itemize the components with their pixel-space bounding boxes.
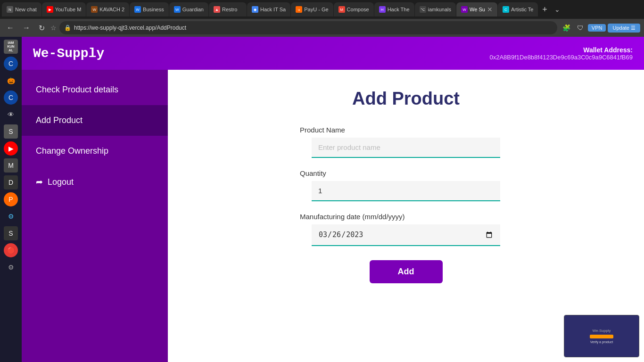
add-product-form: Product Name Quantity Manufacturing date… <box>300 126 512 283</box>
preview-inner: We-Supply Verify a product <box>564 315 639 357</box>
tab-label-restro: Restro <box>222 7 237 12</box>
product-name-group: Product Name <box>300 126 512 158</box>
tab-wesupply[interactable]: W We Su ✕ <box>456 2 497 16</box>
sidebar-icon-6[interactable]: ▶ <box>4 141 18 156</box>
bookmark-icon[interactable]: ☆ <box>50 24 57 32</box>
back-button[interactable]: ← <box>4 22 17 34</box>
tab-guardian[interactable]: W Guardian <box>169 2 208 16</box>
app-wrapper: We-Supply Wallet Address: 0x2A8B9f1De8b8… <box>22 37 644 362</box>
product-name-input[interactable] <box>312 138 500 158</box>
sidebar-icon-9[interactable]: P <box>4 192 18 206</box>
nav-item-change-ownership[interactable]: Change Ownership <box>22 136 168 166</box>
add-product-button[interactable]: Add <box>370 260 443 283</box>
navigation-bar: ← → ↻ ☆ 🔒 https://we-supply-qjt3.vercel.… <box>0 19 644 37</box>
update-button[interactable]: Update ☰ <box>608 24 640 33</box>
sidebar-icon-3[interactable]: C <box>4 90 18 105</box>
new-tab-button[interactable]: + <box>538 5 551 15</box>
tab-label-hackit: Hack IT Sa <box>260 7 286 12</box>
app-logo: We-Supply <box>33 46 104 61</box>
page-title: Add Product <box>187 89 625 109</box>
tab-label-artistic: Artistic Te <box>511 7 533 12</box>
browser-icon-sidebar: IAMKUNAL C 🎃 C 👁 S ▶ M D P ⚙ S 🔴 ⚙ <box>0 37 22 362</box>
sidebar-icon-7[interactable]: M <box>4 158 18 173</box>
sidebar-icon-10[interactable]: ⚙ <box>4 209 18 223</box>
nav-item-add-product[interactable]: Add Product <box>22 105 168 136</box>
product-name-label: Product Name <box>300 126 512 134</box>
shield-icon[interactable]: 🛡 <box>575 23 586 33</box>
tab-overflow-button[interactable]: ⌄ <box>552 6 563 13</box>
quantity-group: Quantity <box>300 169 512 201</box>
tab-label-youtube: YouTube M <box>55 7 81 12</box>
quantity-label: Quantity <box>300 169 512 177</box>
tab-new-chat[interactable]: N New chat <box>2 2 41 16</box>
tab-label-compose: Compose <box>347 7 369 12</box>
tab-label-kavach: KAVACH 2 <box>99 7 124 12</box>
tab-label-hackthe: Hack The <box>388 7 410 12</box>
sidebar-icon-12[interactable]: 🔴 <box>4 243 18 257</box>
extensions-icon[interactable]: 🧩 <box>560 23 573 33</box>
tab-label-business: Business <box>143 7 164 12</box>
app-header: We-Supply Wallet Address: 0x2A8B9f1De8b8… <box>22 37 644 70</box>
mfg-date-input[interactable] <box>312 224 500 246</box>
side-nav: Check Product details Add Product Change… <box>22 70 168 362</box>
sidebar-icon-11[interactable]: S <box>4 226 18 240</box>
vpn-btn[interactable]: VPN <box>588 24 606 32</box>
mfg-date-group: Manufacturing date (mm/dd/yyyy) <box>300 213 512 246</box>
quantity-input[interactable] <box>312 181 500 201</box>
tab-payu[interactable]: u PayU - Ge <box>291 2 333 16</box>
nav-item-check-product[interactable]: Check Product details <box>22 74 168 105</box>
lock-icon: 🔒 <box>64 25 71 31</box>
sidebar-icon-5[interactable]: S <box>4 124 18 139</box>
wallet-info: Wallet Address: 0x2A8B9f1De8b8f4123De9c6… <box>489 46 633 61</box>
app-layout: IAMKUNAL C 🎃 C 👁 S ▶ M D P ⚙ S 🔴 ⚙ We-Su… <box>0 37 644 362</box>
user-avatar: IAMKUNAL <box>4 40 18 54</box>
tab-compose[interactable]: M Compose <box>334 2 374 16</box>
tab-label-payu: PayU - Ge <box>304 7 328 12</box>
main-area: Check Product details Add Product Change… <box>22 70 644 362</box>
sidebar-icon-settings[interactable]: ⚙ <box>4 260 18 274</box>
tab-label-wesupply: We Su <box>470 7 485 12</box>
close-tab-wesupply[interactable]: ✕ <box>487 6 493 13</box>
sidebar-icon-1[interactable]: C <box>4 57 18 71</box>
tab-label-new-chat: New chat <box>15 7 37 12</box>
sidebar-icon-8[interactable]: D <box>4 175 18 189</box>
mfg-date-label: Manufacturing date (mm/dd/yyyy) <box>300 213 512 221</box>
tab-youtube[interactable]: ▶ YouTube M <box>42 2 86 16</box>
nav-item-logout[interactable]: ➦ Logout <box>22 166 168 197</box>
tab-label-guardian: Guardian <box>182 7 204 12</box>
wallet-label: Wallet Address: <box>489 46 633 54</box>
logout-icon: ➦ <box>36 177 43 187</box>
tab-label-iamkunal: iamkunals <box>428 7 452 12</box>
tab-hackit[interactable]: ◆ Hack IT Sa <box>247 2 290 16</box>
reload-button[interactable]: ↻ <box>36 22 48 34</box>
preview-thumbnail: We-Supply Verify a product <box>564 315 639 357</box>
tab-restro[interactable]: ▲ Restro <box>209 2 247 16</box>
sidebar-icon-2[interactable]: 🎃 <box>4 74 18 88</box>
tab-artistic[interactable]: C Artistic Te <box>498 2 538 16</box>
url-text: https://we-supply-qjt3.vercel.app/AddPro… <box>74 25 553 31</box>
sidebar-icon-4[interactable]: 👁 <box>4 107 18 122</box>
logout-label: Logout <box>48 177 74 187</box>
tab-iamkunal[interactable]: ⌥ iamkunals <box>415 2 456 16</box>
address-bar[interactable]: 🔒 https://we-supply-qjt3.vercel.app/AddP… <box>59 21 557 34</box>
forward-button[interactable]: → <box>20 22 33 34</box>
nav-icons-group: 🧩 🛡 VPN Update ☰ <box>560 23 640 33</box>
tab-kavach[interactable]: W KAVACH 2 <box>86 2 129 16</box>
tab-hackthe[interactable]: H Hack The <box>374 2 414 16</box>
tab-business[interactable]: W Business <box>130 2 169 16</box>
wallet-address: 0x2A8B9f1De8b8f4123De9c69a3C0c9a9C6841fB… <box>489 54 633 61</box>
